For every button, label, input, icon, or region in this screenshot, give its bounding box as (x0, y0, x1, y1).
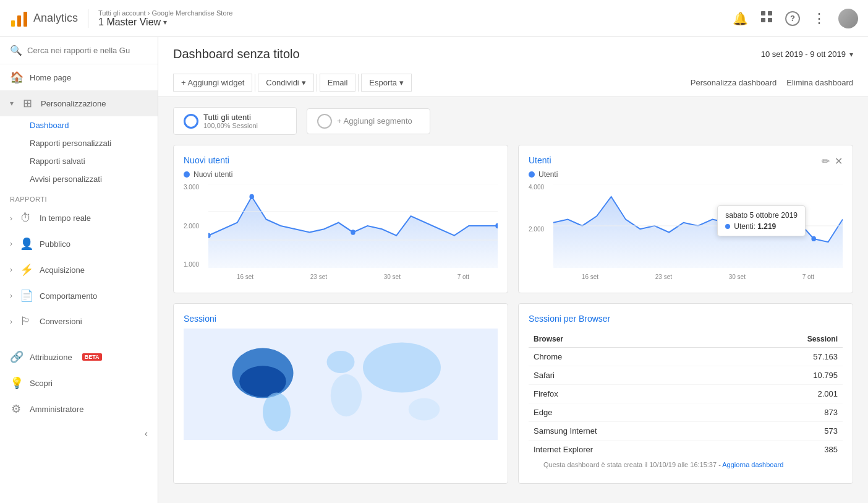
browser-table-body: Chrome57.163Safari10.795Firefox2.001Edge… (529, 348, 843, 459)
beta-badge: BETA (82, 353, 102, 361)
toolbar-right: Personalizza dashboard Elimina dashboard (691, 74, 853, 91)
sidebar-collapse-button[interactable]: ‹ (0, 422, 158, 445)
breadcrumb-bottom[interactable]: 1 Master View ▾ (98, 17, 733, 28)
email-button[interactable]: Email (320, 74, 356, 92)
sidebar-group-personalizzazione: ▾ ⊞ Personalizzazione Dashboard Rapporti… (0, 90, 158, 188)
sidebar-item-rapporti-personalizzati[interactable]: Rapporti personalizzati (0, 134, 158, 152)
collapse-icon: ‹ (145, 428, 148, 439)
date-range-chevron-icon: ▾ (849, 50, 853, 59)
logo-area: Analytics (10, 9, 88, 28)
chevron-down-icon: ▾ (10, 99, 14, 108)
segment-bar: Tutti gli utenti 100,00% Sessioni + Aggi… (158, 97, 868, 145)
svg-point-18 (239, 366, 286, 397)
chevron-right-icon: › (10, 239, 12, 248)
toolbar-divider-3 (358, 74, 359, 92)
close-icon[interactable]: ✕ (835, 155, 843, 167)
help-icon[interactable]: ? (785, 11, 800, 26)
table-row: Samsung Internet573 (529, 422, 843, 441)
grid-small-icon: ⊞ (21, 97, 33, 110)
svg-rect-1 (17, 15, 21, 27)
search-icon: 🔍 (10, 45, 22, 56)
sidebar-item-comportamento[interactable]: › 📄 Comportamento (0, 283, 158, 309)
svg-point-8 (249, 194, 253, 199)
sidebar-item-realtime[interactable]: › ⏱ In tempo reale (0, 205, 158, 231)
nuovi-utenti-legend: Nuovi utenti (184, 170, 498, 179)
svg-point-14 (811, 236, 815, 241)
y-axis-labels: 3.000 2.000 1.000 (184, 184, 208, 268)
table-row: Chrome57.163 (529, 348, 843, 366)
segment-all-users[interactable]: Tutti gli utenti 100,00% Sessioni (173, 107, 297, 135)
share-button[interactable]: Condividi ▾ (258, 74, 313, 92)
svg-rect-2 (23, 12, 27, 27)
analytics-logo-icon (10, 9, 28, 28)
edit-icon[interactable]: ✏ (822, 155, 830, 167)
col-browser: Browser (529, 331, 731, 348)
utenti-title: Utenti (529, 155, 551, 165)
table-row: Firefox2.001 (529, 385, 843, 403)
notification-icon[interactable]: 🔔 (733, 11, 748, 26)
sidebar-item-attribuzione[interactable]: 🔗 Attribuzione BETA (0, 344, 158, 370)
chevron-right-icon: › (10, 317, 12, 326)
sidebar-item-dashboard[interactable]: Dashboard (0, 116, 158, 134)
apps-grid-icon[interactable] (760, 11, 773, 26)
svg-rect-3 (761, 11, 765, 15)
toolbar-divider-1 (255, 74, 255, 92)
elimina-button[interactable]: Elimina dashboard (786, 74, 853, 91)
clock-icon: ⏱ (20, 212, 32, 225)
svg-point-22 (363, 343, 441, 393)
toolbar-divider-2 (317, 74, 317, 92)
bulb-icon: 💡 (10, 376, 22, 390)
flag-icon: 🏳 (20, 315, 32, 328)
sidebar-item-acquisizione[interactable]: › ⚡ Acquisizione (0, 257, 158, 283)
sidebar-item-amministratore[interactable]: ⚙ Amministratore (0, 396, 158, 422)
export-button[interactable]: Esporta ▾ (361, 74, 412, 92)
sidebar-item-personalizzazione[interactable]: ▾ ⊞ Personalizzazione (0, 90, 158, 116)
svg-rect-0 (11, 20, 15, 27)
utenti-chart: 4.000 2.000 (529, 184, 843, 283)
utenti-legend: Utenti (529, 170, 843, 179)
svg-point-9 (351, 230, 355, 234)
svg-point-20 (327, 351, 355, 373)
lightning-icon: ⚡ (20, 263, 32, 277)
bottom-notice: Questa dashboard è stata creata il 10/10… (529, 458, 843, 473)
link-icon: 🔗 (10, 350, 22, 364)
svg-rect-5 (761, 18, 765, 22)
gear-icon: ⚙ (10, 402, 22, 416)
sessioni-map-card: Sessioni (173, 303, 508, 484)
user-avatar[interactable] (838, 9, 858, 28)
add-segment-circle-icon (317, 114, 332, 129)
breadcrumb-dropdown-icon: ▾ (163, 18, 167, 27)
sidebar-item-scopri[interactable]: 💡 Scopri (0, 370, 158, 396)
chart-svg-area (553, 184, 843, 268)
search-input[interactable] (27, 46, 148, 55)
browser-table: Browser Sessioni Chrome57.163Safari10.79… (529, 331, 843, 458)
sidebar-item-conversioni[interactable]: › 🏳 Conversioni (0, 309, 158, 334)
col-sessioni: Sessioni (731, 331, 843, 348)
breadcrumb-top: Tutti gli account › Google Merchandise S… (98, 9, 733, 17)
svg-point-21 (331, 374, 362, 416)
date-range-picker[interactable]: 10 set 2019 - 9 ott 2019 ▾ (761, 49, 853, 59)
nuovi-utenti-chart: 3.000 2.000 1.000 (184, 184, 498, 283)
home-icon: 🏠 (10, 71, 22, 84)
add-segment-button[interactable]: + Aggiungi segmento (307, 108, 430, 134)
segment-circle-icon (184, 114, 198, 129)
sidebar-item-home[interactable]: 🏠 Home page (0, 64, 158, 90)
personalizza-button[interactable]: Personalizza dashboard (691, 74, 777, 91)
title-row: Dashboard senza titolo 10 set 2019 - 9 o… (173, 47, 853, 69)
table-row: Edge873 (529, 403, 843, 422)
sidebar-item-rapporti-salvati[interactable]: Rapporti salvati (0, 152, 158, 170)
more-options-icon[interactable]: ⋮ (812, 11, 826, 27)
add-widget-button[interactable]: + Aggiungi widget (173, 74, 252, 92)
aggiorna-link[interactable]: Aggiorna dashboard (722, 461, 783, 468)
y-axis-labels: 4.000 2.000 (529, 184, 553, 268)
nuovi-utenti-card: Nuovi utenti Nuovi utenti 3.000 2.000 1.… (173, 145, 508, 293)
charts-grid: Nuovi utenti Nuovi utenti 3.000 2.000 1.… (158, 145, 868, 494)
content-header: Dashboard senza titolo 10 set 2019 - 9 o… (158, 37, 868, 97)
chevron-right-icon: › (10, 291, 12, 300)
sidebar-item-avvisi-personalizzati[interactable]: Avvisi personalizzati (0, 170, 158, 188)
nuovi-utenti-title: Nuovi utenti (184, 155, 229, 165)
svg-rect-6 (768, 18, 772, 22)
main-layout: 🔍 🏠 Home page ▾ ⊞ Personalizzazione Dash… (0, 37, 868, 503)
svg-rect-4 (768, 11, 772, 15)
sidebar-item-pubblico[interactable]: › 👤 Pubblico (0, 231, 158, 257)
